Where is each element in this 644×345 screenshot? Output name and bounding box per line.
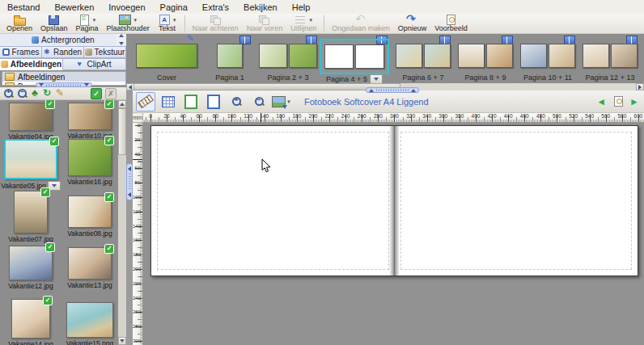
image-thumbnail-cell[interactable]: ✓ Vakantie08.jpg	[61, 196, 118, 238]
page-thumbnail[interactable]	[486, 44, 513, 68]
scroll-up-icon[interactable]	[119, 34, 124, 37]
editor-tool-button[interactable]: −	[249, 92, 269, 111]
left-page[interactable]	[151, 126, 395, 276]
page-thumbnail[interactable]	[396, 44, 422, 68]
toolbar-button[interactable]: Openen	[2, 14, 36, 33]
image-thumbnail-cell[interactable]: ✓ Vakantie07.jpg	[2, 191, 59, 243]
image-thumbnail[interactable]: ✓	[68, 103, 112, 130]
toolbar-button[interactable]: Naar voren	[243, 14, 287, 33]
page-spread-item[interactable]: Pagina 8 + 9	[456, 34, 515, 84]
menu-item[interactable]: Bestand	[0, 2, 47, 13]
image-thumbnail[interactable]: ✓	[68, 139, 112, 176]
image-thumbnail[interactable]: ✓	[68, 196, 112, 228]
toolbar-button[interactable]: ▼ Pagina	[72, 14, 103, 33]
next-spread-icon[interactable]: ►	[629, 97, 639, 107]
page-spread-item[interactable]: Pagina 1	[207, 34, 252, 84]
image-thumbnail-cell[interactable]: ✓ Vakantie05.jpg	[2, 139, 59, 191]
page-spread-thumbs[interactable]	[519, 44, 577, 68]
image-thumbnail-cell[interactable]: ✓ Vakantie14.jpg	[2, 299, 59, 345]
strip-collapse-handle[interactable]	[366, 87, 419, 93]
page-spread-thumbs[interactable]	[320, 39, 389, 74]
scroll-down-icon[interactable]	[119, 42, 124, 45]
image-thumbnail[interactable]: ✓	[11, 299, 50, 339]
image-thumbnail[interactable]: ✓	[14, 191, 48, 234]
scroll-down-button[interactable]	[118, 337, 126, 345]
page-spread-item[interactable]: Pagina 2 + 3	[257, 34, 319, 84]
menu-item[interactable]: Pagina	[153, 2, 195, 13]
chevron-down-icon[interactable]: ▼	[172, 18, 177, 23]
image-list-scrollbar[interactable]	[118, 100, 126, 345]
right-page[interactable]	[395, 126, 638, 276]
folder-row[interactable]: Afbeeldingen	[2, 72, 125, 82]
toolbar-button[interactable]: ▼ Uitlijnen	[286, 14, 320, 33]
page-thumbnail[interactable]	[549, 44, 575, 68]
zoom-in-icon[interactable]: +	[4, 89, 13, 98]
page-thumbnail[interactable]	[583, 44, 609, 68]
chevron-down-icon[interactable]: ▼	[308, 18, 313, 23]
page-spread-thumbs[interactable]	[394, 44, 452, 68]
tab-achtergronden[interactable]: Achtergronden	[0, 34, 126, 47]
scrollbar-thumb[interactable]	[133, 83, 400, 90]
editor-tool-button[interactable]	[136, 92, 155, 111]
toolbar-button[interactable]: ▼ Plaatshouder	[103, 14, 154, 33]
folder-tree-icon[interactable]: ♣	[32, 88, 38, 99]
page-thumbnail[interactable]	[136, 44, 197, 68]
tab[interactable]: ClipArt	[63, 58, 126, 70]
page-thumbnail[interactable]	[611, 44, 638, 68]
page-spread-thumbs[interactable]	[133, 44, 201, 68]
menu-item[interactable]: Extra's	[195, 2, 236, 13]
page-thumbnail[interactable]	[259, 44, 287, 68]
page-spread-item[interactable]: Pagina 10 + 11	[519, 34, 577, 84]
editor-tool-button[interactable]: +	[227, 92, 246, 111]
tab[interactable]: Frames	[0, 46, 42, 58]
page-thumbnail[interactable]	[217, 44, 243, 68]
chevron-down-icon[interactable]: ▼	[286, 99, 291, 104]
page-thumbnail[interactable]	[458, 44, 485, 68]
chevron-down-icon[interactable]: ▼	[133, 18, 138, 23]
page-spread-thumbs[interactable]	[207, 44, 252, 68]
scroll-right-button[interactable]	[636, 83, 644, 90]
scroll-up-button[interactable]	[118, 100, 126, 108]
toolbar-button[interactable]: Opnieuw	[394, 14, 431, 33]
refresh-icon[interactable]: ↻	[43, 88, 51, 99]
image-thumbnail-cell[interactable]: Vakantie15.png	[61, 302, 118, 345]
image-thumbnail[interactable]: ✓	[4, 139, 57, 179]
page-thumbnail[interactable]	[289, 44, 317, 68]
page-spread-item[interactable]: Pagina 12 + 13	[581, 34, 639, 84]
tab[interactable]: Afbeeldingen	[0, 58, 63, 70]
toolbar-button[interactable]: Voorbeeld	[430, 14, 472, 33]
page-spread-thumbs[interactable]	[581, 44, 639, 68]
toolbar-button[interactable]: Opslaan	[36, 14, 72, 33]
image-thumbnail[interactable]: ✓	[68, 247, 112, 280]
toolbar-button[interactable]: Ongedaan maken	[328, 14, 394, 33]
page-thumbnail[interactable]	[424, 44, 451, 68]
chevron-down-icon[interactable]: ▼	[92, 18, 97, 23]
image-thumbnail[interactable]: ✓	[9, 103, 53, 131]
page-spread[interactable]	[150, 125, 638, 276]
tab[interactable]: Tekstuur	[84, 46, 126, 58]
page-spread-item[interactable]: Pagina 4 + 5	[320, 34, 389, 84]
pencil-icon[interactable]: ✎	[187, 34, 194, 44]
editor-tool-button[interactable]	[204, 92, 223, 111]
page-spread-thumbs[interactable]	[456, 44, 515, 68]
editor-tool-button[interactable]	[181, 92, 201, 111]
menu-item[interactable]: Invoegen	[101, 2, 152, 13]
spread-preview-icon[interactable]	[612, 96, 624, 107]
page-canvas[interactable]	[143, 123, 644, 345]
image-thumbnail-cell[interactable]: ✓ Vakantie10.jpg	[61, 103, 118, 140]
menu-item[interactable]: Bewerken	[47, 2, 101, 13]
edit-icon[interactable]: ✎	[56, 88, 64, 99]
select-all-check-icon[interactable]: ✓	[91, 88, 102, 99]
scrollbar-thumb[interactable]	[118, 108, 126, 155]
zoom-out-icon[interactable]: −	[18, 89, 27, 98]
menu-item[interactable]: Bekijken	[236, 2, 285, 13]
toolbar-button[interactable]: ▼ Tekst	[154, 14, 181, 33]
editor-tool-button[interactable]	[159, 92, 178, 111]
page-thumbnail[interactable]	[355, 44, 384, 69]
folder-list-scroll[interactable]	[117, 34, 125, 45]
page-thumbnail[interactable]	[520, 44, 547, 68]
editor-tool-button[interactable]: ▼	[272, 92, 291, 111]
panel-collapse-handle-vertical[interactable]	[126, 163, 133, 200]
previous-spread-icon[interactable]: ◄	[596, 97, 606, 107]
page-spread-item[interactable]: ✎ Cover	[133, 34, 201, 84]
